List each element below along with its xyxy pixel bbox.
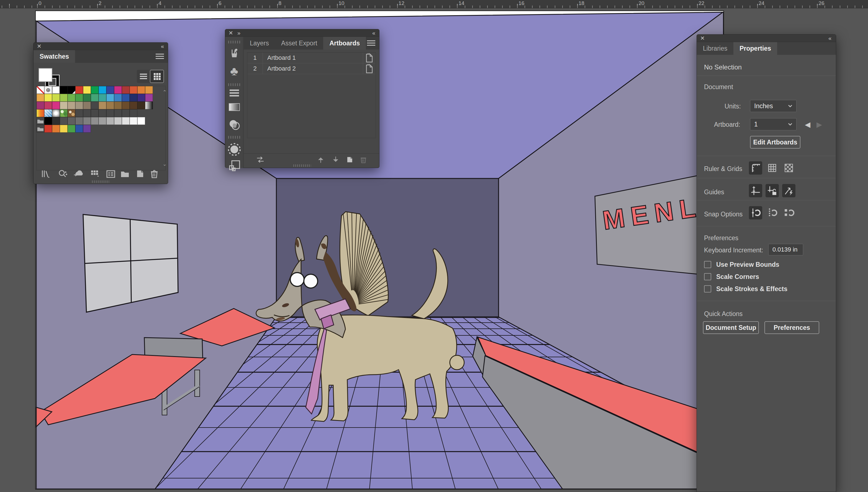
artboard-row[interactable]: 1Artboard 1	[247, 53, 376, 64]
horizontal-ruler[interactable]: 02468101214161820222426	[0, 0, 868, 8]
color-swatch[interactable]	[44, 94, 52, 102]
show-rulers-button[interactable]	[749, 161, 762, 175]
color-swatch[interactable]	[122, 109, 130, 117]
color-swatch[interactable]	[122, 102, 130, 109]
color-swatch[interactable]	[114, 102, 122, 109]
move-down-icon[interactable]	[330, 155, 341, 164]
color-swatch[interactable]	[68, 117, 75, 125]
none-swatch[interactable]	[37, 86, 44, 94]
color-swatch[interactable]	[107, 94, 114, 102]
new-artboard-icon[interactable]	[344, 155, 355, 164]
color-swatch[interactable]	[68, 125, 75, 132]
tab-layers[interactable]: Layers	[244, 37, 275, 50]
color-swatch[interactable]	[60, 125, 68, 132]
color-swatch[interactable]	[114, 86, 122, 94]
color-swatch[interactable]	[130, 109, 137, 117]
color-swatch[interactable]	[91, 86, 99, 94]
scroll-up-icon[interactable]: ⌃	[163, 89, 167, 95]
color-swatch[interactable]	[130, 94, 137, 102]
smart-guides-button[interactable]	[782, 184, 795, 197]
color-swatch[interactable]	[44, 109, 52, 117]
delete-artboard-icon[interactable]	[358, 155, 369, 164]
show-grid-button[interactable]	[766, 161, 779, 175]
color-swatch[interactable]	[75, 109, 83, 117]
color-swatch[interactable]	[37, 94, 44, 102]
color-swatch[interactable]	[107, 109, 114, 117]
strip-grip[interactable]	[228, 41, 240, 44]
strip-grip[interactable]	[228, 136, 240, 139]
show-transparency-grid-button[interactable]	[782, 161, 795, 175]
color-swatch[interactable]	[114, 94, 122, 102]
color-swatch[interactable]	[99, 86, 107, 94]
color-swatch[interactable]	[60, 109, 68, 117]
color-swatch[interactable]	[137, 117, 145, 125]
color-swatch[interactable]	[99, 94, 107, 102]
menu-lines-icon[interactable]	[229, 89, 240, 98]
color-swatch[interactable]	[145, 102, 153, 109]
artboards-squares-icon[interactable]	[228, 159, 241, 173]
color-swatch[interactable]	[122, 117, 130, 125]
color-swatch[interactable]	[52, 117, 60, 125]
color-swatch[interactable]	[68, 86, 75, 94]
color-swatch[interactable]	[75, 117, 83, 125]
color-swatch[interactable]	[68, 109, 75, 117]
color-swatch[interactable]	[122, 86, 130, 94]
color-group-folder-icon[interactable]	[37, 117, 44, 125]
color-swatch[interactable]	[137, 86, 145, 94]
color-themes-icon[interactable]	[88, 168, 100, 179]
scroll-down-icon[interactable]: ⌄	[163, 161, 167, 167]
color-swatch[interactable]	[137, 94, 145, 102]
color-swatch[interactable]	[75, 125, 83, 132]
use-preview-bounds-checkbox[interactable]	[704, 261, 711, 268]
lock-guides-button[interactable]	[766, 184, 779, 197]
color-swatch[interactable]	[68, 102, 75, 109]
tab-libraries[interactable]: Libraries	[697, 42, 733, 55]
color-swatch[interactable]	[75, 94, 83, 102]
swatch-options-icon[interactable]	[104, 168, 117, 179]
color-swatch[interactable]	[91, 117, 99, 125]
color-swatch[interactable]	[114, 109, 122, 117]
tab-artboards[interactable]: Artboards	[323, 37, 366, 50]
swatch-kinds-menu-icon[interactable]	[56, 168, 68, 179]
color-group-folder-icon[interactable]	[37, 125, 44, 132]
color-swatch[interactable]	[37, 102, 44, 109]
edit-artboards-button[interactable]: Edit Artboards	[750, 136, 800, 149]
color-swatch[interactable]	[44, 102, 52, 109]
collapse-icon[interactable]: «	[372, 30, 375, 36]
delete-swatch-icon[interactable]	[148, 168, 160, 179]
color-swatch[interactable]	[60, 86, 68, 94]
expand-icon[interactable]: »	[237, 30, 240, 36]
close-icon[interactable]: ✕	[37, 43, 42, 50]
tab-properties[interactable]: Properties	[733, 42, 777, 55]
artboard-dropdown[interactable]: 1	[750, 118, 797, 130]
symbols-club-icon[interactable]: ♣	[230, 65, 238, 77]
color-swatch[interactable]	[99, 102, 107, 109]
color-swatch[interactable]	[83, 117, 91, 125]
color-swatch[interactable]	[114, 117, 122, 125]
brush-tools-icon[interactable]	[229, 47, 240, 60]
color-swatch[interactable]	[75, 86, 83, 94]
color-swatch[interactable]	[52, 109, 60, 117]
document-setup-button[interactable]: Document Setup	[703, 321, 759, 334]
color-swatch[interactable]	[60, 94, 68, 102]
scale-corners-checkbox[interactable]	[704, 273, 711, 280]
color-swatch[interactable]	[122, 94, 130, 102]
keyboard-increment-field[interactable]: 0.0139 in	[768, 244, 803, 255]
color-swatch[interactable]	[52, 86, 60, 94]
color-swatch[interactable]	[37, 109, 44, 117]
prev-artboard-button[interactable]: ◀	[805, 120, 811, 129]
snap-to-grid-button[interactable]	[766, 206, 779, 219]
color-swatch[interactable]	[130, 102, 137, 109]
list-view-button[interactable]	[137, 70, 150, 83]
collapse-icon[interactable]: «	[828, 35, 831, 42]
color-swatch[interactable]	[130, 117, 137, 125]
show-guides-button[interactable]	[749, 184, 762, 197]
tab-swatches[interactable]: Swatches	[33, 50, 75, 63]
color-swatch[interactable]	[107, 117, 114, 125]
color-swatch[interactable]	[99, 109, 107, 117]
color-swatch[interactable]	[83, 125, 91, 132]
color-swatch[interactable]	[145, 86, 153, 94]
artboard-row[interactable]: 2Artboard 2	[247, 64, 376, 74]
color-swatch[interactable]	[107, 102, 114, 109]
color-swatch[interactable]	[83, 102, 91, 109]
